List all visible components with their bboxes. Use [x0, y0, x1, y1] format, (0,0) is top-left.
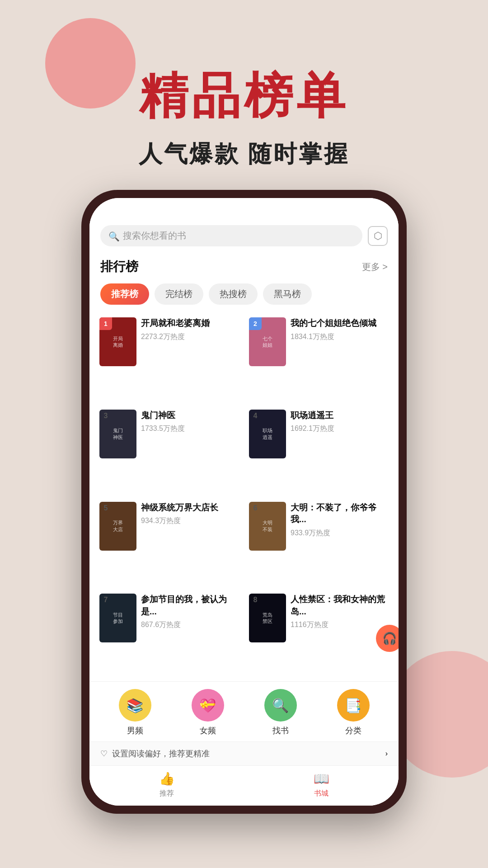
rank-badge: 7: [99, 594, 112, 606]
book-cover: 大明 不装 6: [249, 502, 286, 551]
book-cover: 节目 参加 7: [99, 594, 136, 642]
book-info: 开局就和老婆离婚 2273.2万热度: [141, 317, 239, 342]
book-info: 人性禁区：我和女神的荒岛... 1116万热度: [291, 594, 389, 630]
recommend-nav-label: 推荐: [160, 789, 174, 798]
categories-section: 📚 男频 💝 女频 🔍 找书 📑 分类: [89, 681, 399, 741]
search-placeholder-text: 搜索你想看的书: [123, 230, 186, 242]
cover-text: 节目 参加: [111, 610, 125, 627]
book-heat: 1733.5万热度: [141, 424, 239, 434]
book-cover: 开局 离婚 1: [99, 317, 136, 366]
list-item[interactable]: 节目 参加 7 参加节目的我，被认为是... 867.6万热度: [97, 590, 242, 678]
list-item[interactable]: 鬼门 神医 3 鬼门神医 1733.5万热度: [97, 406, 242, 494]
cover-text: 荒岛 禁区: [261, 610, 274, 627]
rank-badge: 8: [249, 594, 262, 606]
rank-badge: 6: [249, 502, 262, 514]
rank-badge: 3: [99, 410, 112, 422]
book-info: 参加节目的我，被认为是... 867.6万热度: [141, 594, 239, 630]
rank-badge: 1: [99, 317, 112, 330]
tab-hot-search[interactable]: 热搜榜: [209, 283, 258, 305]
book-title: 职场逍遥王: [291, 410, 389, 422]
book-info: 神级系统万界大店长 934.3万热度: [141, 502, 239, 526]
nav-item-recommend[interactable]: 👍 推荐: [159, 771, 175, 798]
bookstore-nav-label: 书城: [314, 789, 328, 798]
book-info: 鬼门神医 1733.5万热度: [141, 410, 239, 434]
book-cover: 万界 大店 5: [99, 502, 136, 551]
tab-completed[interactable]: 完结榜: [155, 283, 203, 305]
cover-text: 七个 姐姐: [261, 334, 274, 350]
prefs-left: ♡ 设置阅读偏好，推荐更精准: [100, 748, 210, 759]
book-title: 神级系统万界大店长: [141, 502, 239, 514]
screen: 🔍 搜索你想看的书 ⬡ 排行榜 更多 > 推荐榜 完结榜 热搜榜 黑马榜: [89, 198, 399, 806]
classify-label: 分类: [345, 725, 361, 736]
status-bar: [89, 198, 399, 221]
tab-dark-horse[interactable]: 黑马榜: [263, 283, 312, 305]
cover-text: 开局 离婚: [111, 334, 125, 350]
book-heat: 933.9万热度: [291, 528, 389, 538]
category-classify[interactable]: 📑 分类: [337, 689, 370, 736]
scan-button[interactable]: ⬡: [368, 226, 388, 246]
prefs-text: 设置阅读偏好，推荐更精准: [112, 748, 210, 759]
list-item[interactable]: 七个 姐姐 2 我的七个姐姐绝色倾城 1834.1万热度: [246, 314, 391, 401]
book-info: 大明：不装了，你爷爷我... 933.9万热度: [291, 502, 389, 538]
book-heat: 934.3万热度: [141, 516, 239, 526]
book-heat: 2273.2万热度: [141, 332, 239, 342]
nav-item-bookstore[interactable]: 📖 书城: [314, 771, 329, 798]
book-cover: 荒岛 禁区 8: [249, 594, 286, 642]
book-info: 职场逍遥王 1692.1万热度: [291, 410, 389, 434]
rank-badge: 2: [249, 317, 262, 330]
category-female[interactable]: 💝 女频: [192, 689, 224, 736]
book-title: 大明：不装了，你爷爷我...: [291, 502, 389, 526]
bottom-nav: 👍 推荐 📖 书城: [89, 765, 399, 806]
bookstore-nav-icon: 📖: [314, 771, 329, 786]
rankings-section-title: 排行榜: [100, 258, 138, 275]
book-cover: 鬼门 神医 3: [99, 410, 136, 458]
find-book-icon: 🔍: [264, 689, 297, 722]
rank-badge: 5: [99, 502, 112, 514]
cover-text: 大明 不装: [261, 518, 274, 534]
phone-inner: 🔍 搜索你想看的书 ⬡ 排行榜 更多 > 推荐榜 完结榜 热搜榜 黑马榜: [89, 198, 399, 806]
rankings-header: 排行榜 更多 >: [89, 251, 399, 280]
book-title: 人性禁区：我和女神的荒岛...: [291, 594, 389, 618]
phone-mockup: 🔍 搜索你想看的书 ⬡ 排行榜 更多 > 推荐榜 完结榜 热搜榜 黑马榜: [81, 190, 407, 814]
book-heat: 867.6万热度: [141, 620, 239, 630]
cover-text: 鬼门 神医: [111, 425, 125, 442]
prefs-banner[interactable]: ♡ 设置阅读偏好，推荐更精准 ›: [89, 741, 399, 765]
hero-title: 精品榜单: [0, 63, 488, 129]
hero-subtitle: 人气爆款 随时掌握: [0, 138, 488, 170]
more-link[interactable]: 更多 >: [362, 261, 388, 273]
list-item[interactable]: 荒岛 禁区 8 人性禁区：我和女神的荒岛... 1116万热度: [246, 590, 391, 678]
search-icon: 🔍: [108, 231, 118, 241]
find-book-label: 找书: [272, 725, 289, 736]
list-item[interactable]: 大明 不装 6 大明：不装了，你爷爷我... 933.9万热度: [246, 498, 391, 586]
list-item[interactable]: 开局 离婚 1 开局就和老婆离婚 2273.2万热度: [97, 314, 242, 401]
book-info: 我的七个姐姐绝色倾城 1834.1万热度: [291, 317, 389, 342]
prefs-heart-icon: ♡: [100, 749, 108, 759]
book-cover: 七个 姐姐 2: [249, 317, 286, 366]
hero-section: 精品榜单 人气爆款 随时掌握: [0, 27, 488, 170]
book-heat: 1692.1万热度: [291, 424, 389, 434]
list-item[interactable]: 职场 逍遥 4 职场逍遥王 1692.1万热度: [246, 406, 391, 494]
book-title: 开局就和老婆离婚: [141, 317, 239, 330]
female-freq-icon: 💝: [192, 689, 224, 722]
book-heat: 1834.1万热度: [291, 332, 389, 342]
category-find-book[interactable]: 🔍 找书: [264, 689, 297, 736]
recommend-nav-icon: 👍: [159, 771, 175, 786]
book-title: 参加节目的我，被认为是...: [141, 594, 239, 618]
classify-icon: 📑: [337, 689, 370, 722]
category-male[interactable]: 📚 男频: [119, 689, 151, 736]
male-freq-icon: 📚: [119, 689, 151, 722]
prefs-arrow-icon: ›: [385, 750, 388, 758]
rank-badge: 4: [249, 410, 262, 422]
search-box[interactable]: 🔍 搜索你想看的书: [100, 225, 362, 246]
cover-text: 职场 逍遥: [261, 425, 274, 442]
tabs-row: 推荐榜 完结榜 热搜榜 黑马榜: [89, 280, 399, 310]
phone-outer: 🔍 搜索你想看的书 ⬡ 排行榜 更多 > 推荐榜 完结榜 热搜榜 黑马榜: [81, 190, 407, 814]
tab-recommended[interactable]: 推荐榜: [100, 283, 149, 305]
book-heat: 1116万热度: [291, 620, 389, 630]
book-title: 鬼门神医: [141, 410, 239, 422]
book-cover: 职场 逍遥 4: [249, 410, 286, 458]
search-area: 🔍 搜索你想看的书 ⬡: [89, 221, 399, 251]
list-item[interactable]: 万界 大店 5 神级系统万界大店长 934.3万热度: [97, 498, 242, 586]
female-freq-label: 女频: [200, 725, 216, 736]
book-list: 开局 离婚 1 开局就和老婆离婚 2273.2万热度 七个 姐姐 2 我的七个姐…: [89, 310, 399, 681]
